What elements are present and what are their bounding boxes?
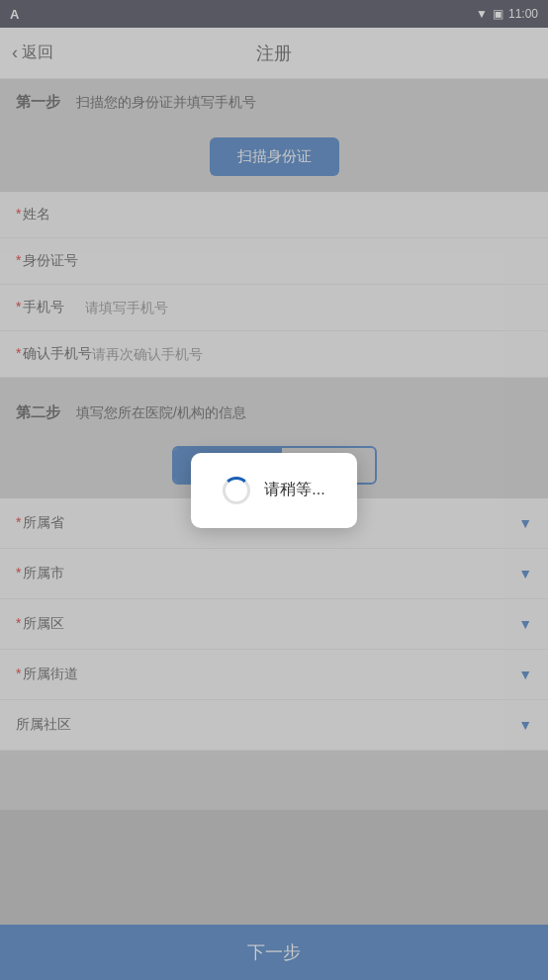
loading-box: 请稍等... [191, 453, 356, 528]
loading-text: 请稍等... [264, 480, 324, 500]
spinner-icon [223, 477, 250, 504]
loading-overlay: 请稍等... [0, 0, 548, 980]
